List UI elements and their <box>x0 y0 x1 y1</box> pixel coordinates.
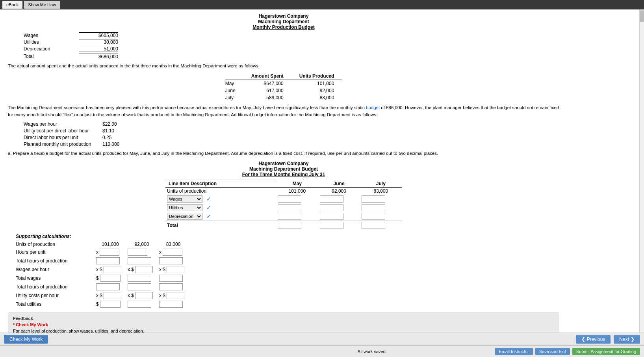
flex-depreciation-row: Depreciation ✓ <box>165 212 402 221</box>
budget-row-depreciation: Depreciation 51,000 <box>24 46 559 52</box>
supporting-units-july: 83,000 <box>158 241 189 248</box>
utility-per-hour-july-input[interactable] <box>167 292 184 299</box>
flex-units-label: Units of production <box>165 188 276 195</box>
total-july-input[interactable] <box>362 222 385 229</box>
supporting-units-label: Units of production <box>16 241 95 248</box>
supporting-total-hours1-june-cell <box>126 257 158 265</box>
hours-prefix-may: x <box>96 249 98 255</box>
info-value-wages-hour: $22.00 <box>102 121 134 127</box>
actual-units-june: 92,000 <box>291 87 342 94</box>
scrollbar-track[interactable] <box>639 9 644 333</box>
flex-depreciation-july-cell <box>360 212 402 221</box>
supporting-title: Supporting calculations: <box>16 234 559 239</box>
hours-per-unit-may-input[interactable] <box>100 249 119 256</box>
flex-wages-may-cell <box>276 195 318 203</box>
flex-header-may: May <box>276 180 318 188</box>
utilities-july-input[interactable] <box>362 204 385 211</box>
total-wages-may-input[interactable] <box>100 275 121 282</box>
supporting-total-hours2-row: Total hours of production <box>16 283 189 291</box>
budget-label-utilities: Utilities <box>24 39 79 45</box>
flex-units-july: 83,000 <box>360 188 402 195</box>
budget-label-total: Total <box>24 54 79 59</box>
utility-per-hour-june-input[interactable] <box>135 292 153 299</box>
part-a-instruction: a. Prepare a flexible budget for the act… <box>8 150 559 157</box>
supporting-total-hours1-row: Total hours of production <box>16 257 189 265</box>
supporting-wages-per-hour-row: Wages per hour x $ x $ x $ <box>16 265 189 274</box>
flex-budget-section: Hagerstown Company Machining Department … <box>8 161 559 309</box>
info-label-utility-hour: Utility cost per direct labor hour <box>24 128 102 134</box>
supporting-hours-per-unit-june-cell <box>126 248 158 257</box>
budget-label-wages: Wages <box>24 33 79 38</box>
depreciation-dropdown[interactable]: Depreciation <box>167 213 202 220</box>
utilities-may-input[interactable] <box>278 204 301 211</box>
depreciation-may-input[interactable] <box>278 213 301 220</box>
budget-value-utilities: 30,000 <box>79 39 118 45</box>
budget-row-utilities: Utilities 30,000 <box>24 39 559 45</box>
total-june-input[interactable] <box>320 222 343 229</box>
wages-june-input[interactable] <box>320 195 343 203</box>
supporting-utility-per-hour-may-cell: x $ <box>95 291 126 300</box>
budget-row-total: Total $686,000 <box>24 53 559 60</box>
total-utilities-may-input[interactable] <box>100 301 121 308</box>
total-wages-june-input[interactable] <box>128 275 151 282</box>
feedback-title: Feedback <box>13 316 554 321</box>
flex-header-desc: Line Item Description <box>165 180 276 188</box>
show-me-how-button[interactable]: Show Me How <box>24 1 60 9</box>
total-utilities-june-input[interactable] <box>128 301 151 308</box>
depreciation-july-input[interactable] <box>362 213 385 220</box>
utility-prefix-june: x $ <box>128 293 134 298</box>
total-hours1-may-input[interactable] <box>96 257 120 264</box>
actual-row-may: May $647,000 101,000 <box>225 80 342 87</box>
supporting-total-hours1-may-cell <box>95 257 126 265</box>
actual-row-july: July 589,000 83,000 <box>225 94 342 101</box>
total-hours2-july-input[interactable] <box>159 283 183 290</box>
hours-per-unit-july-input[interactable] <box>163 249 182 256</box>
flex-wages-july-cell <box>360 195 402 203</box>
total-hours2-june-input[interactable] <box>128 283 151 290</box>
utilities-dropdown[interactable]: Utilities <box>167 204 202 211</box>
flex-depreciation-june-cell <box>318 212 360 221</box>
actual-spent-may: $647,000 <box>243 80 291 87</box>
flex-title3: For the Three Months Ending July 31 <box>8 172 559 177</box>
supporting-total-utilities-july-cell <box>158 300 189 309</box>
wages-july-input[interactable] <box>362 195 385 203</box>
supporting-utility-per-hour-june-cell: x $ <box>126 291 158 300</box>
wages-may-input[interactable] <box>278 195 301 203</box>
budget-value-wages: $605,000 <box>79 32 118 38</box>
scrollbar-thumb[interactable] <box>640 10 644 22</box>
info-value-dlh-unit: 0.25 <box>102 135 134 140</box>
wages-per-hour-july-input[interactable] <box>167 266 184 273</box>
wages-per-hour-may-input[interactable] <box>104 266 121 273</box>
total-hours2-may-input[interactable] <box>96 283 120 290</box>
top-bar: eBook Show Me How <box>0 0 644 9</box>
supporting-total-wages-june-cell <box>126 274 158 283</box>
supporting-total-wages-july-cell <box>158 274 189 283</box>
total-hours1-july-input[interactable] <box>159 257 183 264</box>
feedback-text: For each level of production, show wages… <box>13 329 554 333</box>
total-utilities-july-input[interactable] <box>159 301 183 308</box>
supporting-calc-section: Supporting calculations: Units of produc… <box>8 234 559 309</box>
actual-col-month <box>225 73 243 80</box>
flex-wages-row: Wages ✓ <box>165 195 402 203</box>
flex-units-row: Units of production 101,000 92,000 83,00… <box>165 188 402 195</box>
utilities-june-input[interactable] <box>320 204 343 211</box>
total-hours1-june-input[interactable] <box>128 257 151 264</box>
ebook-button[interactable]: eBook <box>2 1 22 9</box>
flex-total-july-cell <box>360 221 402 230</box>
total-may-input[interactable] <box>278 222 301 229</box>
hours-per-unit-june-input[interactable] <box>128 249 147 256</box>
total-wages-july-input[interactable] <box>159 275 183 282</box>
wages-dropdown[interactable]: Wages <box>167 195 202 203</box>
wages-per-hour-june-input[interactable] <box>135 266 153 273</box>
flex-depreciation-cell: Depreciation ✓ <box>165 212 276 221</box>
info-value-utility-hour: $1.10 <box>102 128 134 134</box>
actual-month-may: May <box>225 80 243 87</box>
hours-prefix-july: x <box>159 249 161 255</box>
utility-per-hour-may-input[interactable] <box>104 292 121 299</box>
actual-month-july: July <box>225 94 243 101</box>
budget-link[interactable]: budget <box>366 105 380 110</box>
supporting-units-may: 101,000 <box>95 241 126 248</box>
depreciation-june-input[interactable] <box>320 213 343 220</box>
info-label-planned-units: Planned monthly unit production <box>24 141 102 147</box>
flex-wages-cell: Wages ✓ <box>165 195 276 203</box>
